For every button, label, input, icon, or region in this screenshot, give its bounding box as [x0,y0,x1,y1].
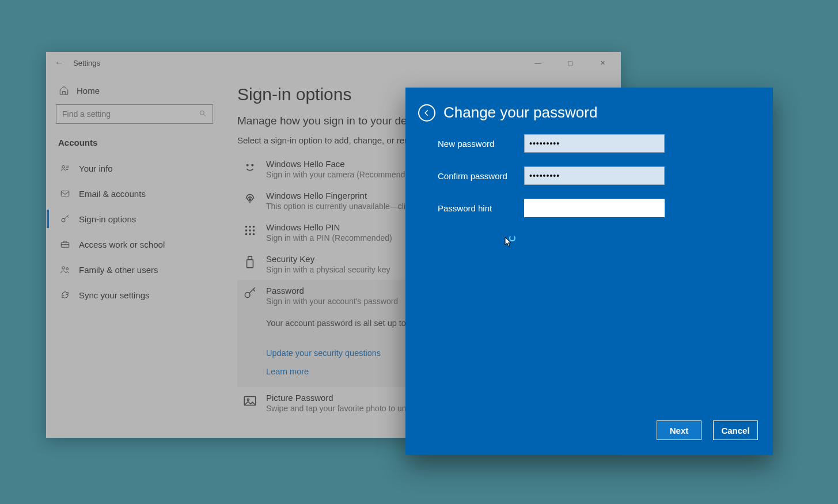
dialog-back-button[interactable] [418,104,435,122]
new-password-input[interactable] [524,134,665,153]
password-hint-input[interactable] [524,199,665,217]
cancel-button[interactable]: Cancel [713,420,758,440]
confirm-password-label: Confirm password [438,171,524,181]
confirm-password-input[interactable] [524,166,665,185]
password-hint-label: Password hint [438,203,524,213]
dialog-title: Change your password [443,104,597,122]
new-password-label: New password [438,139,524,149]
next-button[interactable]: Next [657,420,702,440]
change-password-dialog: Change your password New password Confir… [405,88,773,455]
password-form: New password Confirm password Password h… [405,132,773,217]
